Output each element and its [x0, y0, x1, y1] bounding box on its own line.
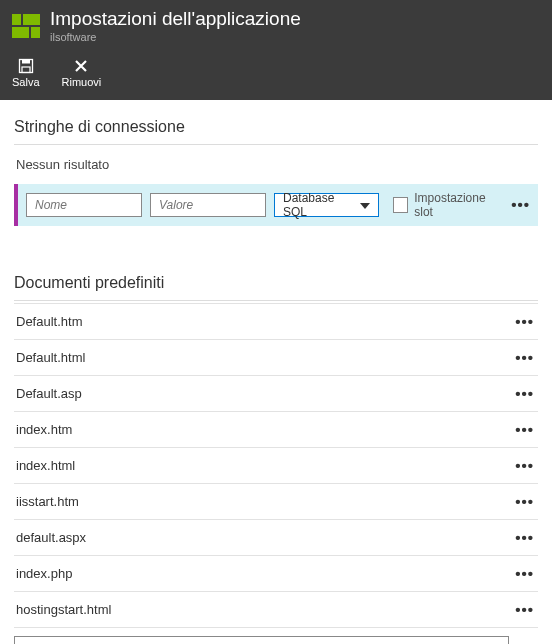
- conn-more-button[interactable]: •••: [509, 196, 532, 213]
- svg-rect-2: [22, 67, 30, 73]
- doc-more-button[interactable]: •••: [515, 313, 534, 330]
- doc-name: hostingstart.html: [16, 602, 111, 617]
- doc-row: Default.asp•••: [14, 376, 538, 412]
- doc-name: iisstart.htm: [16, 494, 79, 509]
- conn-section-title: Stringhe di connessione: [14, 118, 538, 136]
- page-subtitle: ilsoftware: [50, 31, 301, 44]
- doc-more-button[interactable]: •••: [515, 421, 534, 438]
- doc-row: index.htm•••: [14, 412, 538, 448]
- doc-name: Default.asp: [16, 386, 82, 401]
- doc-row: iisstart.htm•••: [14, 484, 538, 520]
- checkbox-icon: [393, 197, 408, 213]
- svg-rect-1: [22, 59, 30, 63]
- page-title: Impostazioni dell'applicazione: [50, 8, 301, 31]
- divider: [14, 300, 538, 301]
- doc-row: index.php•••: [14, 556, 538, 592]
- doc-row: default.aspx•••: [14, 520, 538, 556]
- doc-row: Default.htm•••: [14, 303, 538, 340]
- doc-name: Default.htm: [16, 314, 82, 329]
- doc-more-button[interactable]: •••: [515, 385, 534, 402]
- header-top: Impostazioni dell'applicazione ilsoftwar…: [12, 8, 540, 44]
- conn-slot-checkbox-label[interactable]: Impostazione slot: [393, 191, 501, 219]
- doc-name: index.html: [16, 458, 75, 473]
- doc-name: default.aspx: [16, 530, 86, 545]
- doc-row: Default.html•••: [14, 340, 538, 376]
- doc-more-button[interactable]: •••: [515, 565, 534, 582]
- doc-new-input[interactable]: [14, 636, 509, 644]
- doc-row: index.html•••: [14, 448, 538, 484]
- header-title-block: Impostazioni dell'applicazione ilsoftwar…: [50, 8, 301, 44]
- doc-more-button[interactable]: •••: [515, 529, 534, 546]
- save-icon: [18, 58, 34, 74]
- close-icon: [73, 58, 89, 74]
- remove-button[interactable]: Rimuovi: [62, 58, 102, 88]
- conn-db-select[interactable]: Database SQL: [274, 193, 379, 217]
- remove-button-label: Rimuovi: [62, 76, 102, 88]
- content: Stringhe di connessione Nessun risultato…: [0, 100, 552, 644]
- header: Impostazioni dell'applicazione ilsoftwar…: [0, 0, 552, 100]
- save-button[interactable]: Salva: [12, 58, 40, 88]
- doc-more-button[interactable]: •••: [515, 493, 534, 510]
- doc-name: index.php: [16, 566, 72, 581]
- conn-row: Database SQL Impostazione slot •••: [14, 184, 538, 226]
- doc-name: Default.html: [16, 350, 85, 365]
- doc-name: index.htm: [16, 422, 72, 437]
- doc-more-button[interactable]: •••: [515, 349, 534, 366]
- doc-more-button[interactable]: •••: [515, 457, 534, 474]
- divider: [14, 144, 538, 145]
- doc-input-row: •••: [14, 628, 538, 644]
- toolbar: Salva Rimuovi: [12, 54, 540, 88]
- conn-no-result: Nessun risultato: [14, 147, 538, 184]
- doc-row: hostingstart.html•••: [14, 592, 538, 628]
- doc-more-button[interactable]: •••: [515, 601, 534, 618]
- docs-section-title: Documenti predefiniti: [14, 274, 538, 292]
- conn-value-input[interactable]: [150, 193, 266, 217]
- save-button-label: Salva: [12, 76, 40, 88]
- conn-db-select-value: Database SQL: [283, 191, 354, 219]
- doc-input-more-button[interactable]: •••: [517, 639, 536, 644]
- app-icon: [12, 14, 40, 38]
- conn-slot-label: Impostazione slot: [414, 191, 501, 219]
- doc-list: Default.htm•••Default.html•••Default.asp…: [14, 303, 538, 628]
- conn-name-input[interactable]: [26, 193, 142, 217]
